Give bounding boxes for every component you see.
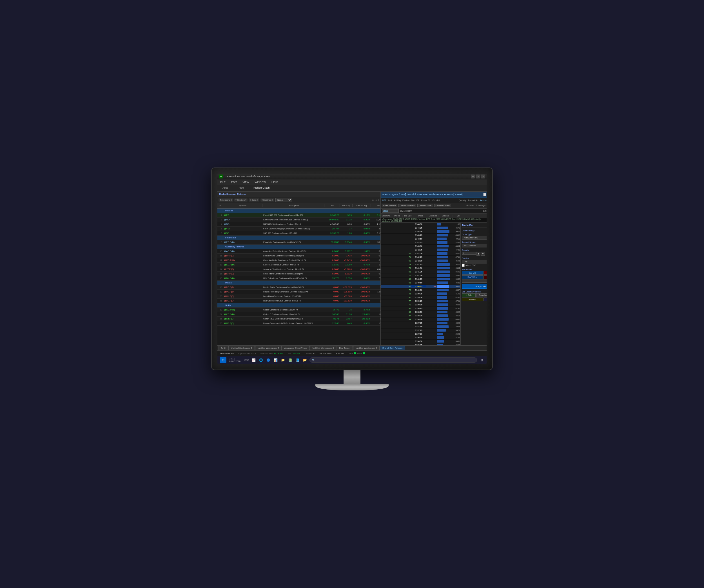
tab-day-trader[interactable]: Day Trader <box>337 346 353 350</box>
minimize-button[interactable]: ─ <box>471 175 475 179</box>
table-row[interactable]: 23 @CC.P(D) Cocoa Continuous Contract [M… <box>217 308 380 312</box>
price-cell[interactable]: 3138.75 <box>411 307 426 309</box>
price-cell[interactable]: 3144.00 <box>411 231 426 233</box>
ladder-row[interactable]: 3136.75 3165 <box>381 336 460 340</box>
ladder-row[interactable]: 51 3138.75 4767 <box>381 307 460 311</box>
taskbar-icon-app1[interactable]: 📊 <box>273 357 279 363</box>
cancel-all-bids-btn[interactable]: Cancel All bids <box>417 204 433 207</box>
price-input[interactable] <box>462 279 487 282</box>
cancel-all-orders-btn[interactable]: Cancel All orders <box>399 204 416 207</box>
table-row[interactable]: 3 @NQ E-Mini NASDAQ-100 Continuous Contr… <box>217 217 380 222</box>
ladder-row[interactable]: 80 3139.50 4265 <box>381 296 460 300</box>
table-row[interactable]: 8 @ED.P(D) Eurodollar Continuous Contrac… <box>217 240 380 245</box>
cancel-all-offers-btn[interactable]: Cancel All offers <box>434 204 451 207</box>
table-row[interactable]: 6 @SP S&P 500 Continuous Contract [Sep20… <box>217 231 380 236</box>
reverse-btn[interactable]: Reverse <box>462 298 483 301</box>
ladder-row[interactable]: 3137.00 2645 <box>381 332 460 336</box>
ladder-row[interactable]: 3143.25 4337 <box>381 241 460 245</box>
timeframe-btn[interactable]: Timeframe ▾ <box>219 198 233 202</box>
tab-untitled-1[interactable]: Untitled Workspace 1 <box>228 346 255 350</box>
timeframe-dropdown[interactable]: None <box>276 198 292 202</box>
tab-untitled-4[interactable]: Untitled Workspace 4 <box>353 346 379 350</box>
ladder-row[interactable]: 3136.25 2645 <box>381 343 460 345</box>
quantity-input[interactable] <box>462 252 476 255</box>
account-number-dropdown[interactable]: SIM1240354F <box>462 244 487 247</box>
ladder-row[interactable]: 79 3141.50 6344 <box>381 267 460 270</box>
matrix-symbol-input[interactable] <box>382 209 399 213</box>
ladder-row[interactable]: 85 3140.75 5436 <box>381 277 460 281</box>
taskbar-icon-word[interactable]: 📘 <box>295 357 300 363</box>
ladder-row[interactable]: 3137.25 3679 <box>381 329 460 332</box>
tab-trade[interactable]: Trade <box>234 186 247 190</box>
order-type-dropdown[interactable]: Auto (LMT/STP) <box>462 236 487 240</box>
ladder-row[interactable]: 3143.00 4884 <box>381 245 460 248</box>
table-row[interactable]: 24 @KC.P(D) Coffee C Continuous Contract… <box>217 312 380 317</box>
ladder-row[interactable]: 44 3138.00 4852 <box>381 318 460 321</box>
quantity-down-btn[interactable]: ▼ <box>481 252 485 256</box>
ladder-row[interactable]: 77 3139.25 4741 <box>381 300 460 303</box>
ladder-row[interactable]: 72 3140.00 4837 <box>381 288 460 292</box>
table-row[interactable]: 13 @EC.P(D) Euro FX Continuous Contract … <box>217 263 380 267</box>
price-cell[interactable]: 3139.25 <box>411 300 426 302</box>
duration-dropdown[interactable]: Day <box>462 260 487 263</box>
ladder-row[interactable]: 53 3141.25 5640 <box>381 270 460 274</box>
tab-untitled-2[interactable]: Untitled Workspace 2 <box>255 346 282 350</box>
price-cell[interactable]: 3142.75 <box>411 249 426 251</box>
table-row[interactable]: 14 @JY.P(D) Japanese Yen Continuous Cont… <box>217 267 380 272</box>
tab-position-graph[interactable]: Position Graph <box>249 186 273 190</box>
tab-for-2[interactable]: for 2 <box>219 346 228 350</box>
ladder-row[interactable]: 3144.25 4670 <box>381 226 460 230</box>
settings-btn[interactable]: ▾ Settings ▾ <box>260 198 274 202</box>
price-cell[interactable]: 3143.25 <box>411 242 426 244</box>
price-cell[interactable]: 3138.25 <box>411 315 426 317</box>
data-btn[interactable]: ▾ Data ▾ <box>249 198 259 202</box>
tab-untitled-3[interactable]: Untitled Workspace 3 <box>310 346 337 350</box>
price-cell[interactable]: 3138.50 <box>411 311 426 313</box>
taskbar-icon-windows[interactable]: ⊞ <box>479 357 484 363</box>
price-cell[interactable]: 3141.00 <box>411 274 426 276</box>
price-cell[interactable]: 3137.00 <box>411 333 426 335</box>
price-cell[interactable]: 3139.00 <box>411 304 426 306</box>
ladder-row[interactable]: 70 3139.00 4658 <box>381 303 460 307</box>
quantity-up-btn[interactable]: ▲ <box>476 252 480 256</box>
price-cell[interactable]: 3140.75 <box>411 278 426 280</box>
taskbar-icon-files[interactable]: 📂 <box>302 357 308 363</box>
ladder-row[interactable]: 82 3138.50 4342 <box>381 311 460 314</box>
menu-view[interactable]: VIEW <box>242 181 250 184</box>
ladder-row[interactable]: 3137.50 4853 <box>381 325 460 329</box>
price-cell[interactable]: 3137.75 <box>411 322 426 324</box>
table-row[interactable]: 26 @OJ.P(D) Frozen Concentrated OJ Conti… <box>217 321 380 326</box>
table-row[interactable]: 10 @AD.P(D) Australian Dollar Continuous… <box>217 249 380 254</box>
price-cell[interactable]: 3143.75 <box>411 234 426 236</box>
price-cell[interactable]: 3139.75 <box>411 293 426 295</box>
price-cell[interactable]: 3142.25 <box>411 256 426 258</box>
price-cell[interactable]: 3142.50 <box>411 253 426 254</box>
table-row[interactable]: 20 @LH.P(D) Lean Hogs Continuous Contrac… <box>217 294 380 299</box>
price-cell[interactable]: 3142.00 <box>411 260 426 262</box>
price-cell[interactable]: 3140.50 <box>411 282 426 284</box>
taskbar-search[interactable]: 🔍 <box>309 357 477 363</box>
price-cell[interactable]: 3141.50 <box>411 267 426 269</box>
maximize-button[interactable]: □ <box>476 175 480 179</box>
ladder-row[interactable]: 3144.00 5041 <box>381 230 460 234</box>
ladder-row[interactable]: 41 3142.50 4440 <box>381 252 460 256</box>
tab-advanced-chart[interactable]: Advanced Chart Types <box>282 346 310 350</box>
price-cell[interactable]: 3139.50 <box>411 297 426 299</box>
cancel-all-btn[interactable]: Cancel All <box>476 293 487 297</box>
table-row[interactable]: 2 @ES E-mini S&P 500 Continuous Contract… <box>217 213 380 217</box>
price-cell[interactable]: 3143.50 <box>411 238 426 240</box>
table-row[interactable]: 5 @YM 6 min Dow Futures ($5) Continuous … <box>217 226 380 231</box>
table-row[interactable]: 25 @CT.P(D) Cotton No. 2 Continuous Cont… <box>217 317 380 321</box>
ladder-row[interactable]: 3143.50 4011 <box>381 237 460 241</box>
ladder-row[interactable]: 87 3140.25 30 5031 <box>381 285 460 288</box>
price-cell[interactable]: 3140.00 <box>411 289 426 291</box>
k-bids-btn[interactable]: K Bids <box>462 293 476 297</box>
ladder-row[interactable]: 3143.75 4550 <box>381 234 460 237</box>
ladder-row[interactable]: 3144.50 100 <box>381 223 460 226</box>
price-cell[interactable]: 3141.25 <box>411 271 426 273</box>
price-cell[interactable]: 3144.50 <box>411 223 426 225</box>
ladder-row[interactable]: 63 3140.50 4681 <box>381 281 460 285</box>
table-row[interactable]: 4 @ND NASDAQ-100 Continuous Contract [Ma… <box>217 222 380 226</box>
buy-mid-btn[interactable]: Buy Mid <box>462 271 483 275</box>
menu-file[interactable]: FILE <box>219 181 227 184</box>
